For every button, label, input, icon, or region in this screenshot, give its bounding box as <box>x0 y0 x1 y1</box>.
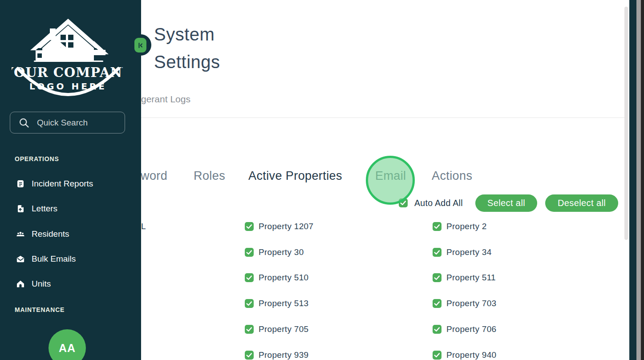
sidebar: YOUR COMPANY LOGO HERE OPERATIONS Incide… <box>0 0 141 360</box>
property-item[interactable]: Property 513 <box>245 299 308 308</box>
property-item[interactable]: Property 510 <box>245 273 308 283</box>
page: System Settings gerant Logs word Roles A… <box>0 0 644 360</box>
units-icon <box>16 279 25 288</box>
check-icon <box>245 274 253 282</box>
auto-add-all-checkbox[interactable] <box>399 198 408 207</box>
sidebar-item-label: Units <box>32 279 51 289</box>
property-item[interactable]: Property 30 <box>245 247 304 257</box>
property-label: Property 34 <box>446 247 492 257</box>
logo-right-wing <box>94 50 105 55</box>
property-item[interactable]: Property 1207 <box>245 222 313 231</box>
sidebar-item-units[interactable]: Units <box>16 279 51 289</box>
property-checkbox[interactable] <box>245 299 254 308</box>
collapse-left-icon <box>137 42 144 49</box>
property-checkbox[interactable] <box>433 351 441 360</box>
property-checkbox[interactable] <box>433 222 441 231</box>
sidebar-item-incident-reports[interactable]: Incident Reports <box>16 178 93 189</box>
select-all-button[interactable]: Select all <box>475 194 537 212</box>
check-icon <box>245 325 253 333</box>
tab-email[interactable]: Email <box>375 169 406 183</box>
property-checkbox[interactable] <box>245 273 254 282</box>
bulk-emails-icon <box>16 255 25 263</box>
window-scrollbar-track <box>641 0 644 360</box>
sidebar-item-label: Residents <box>32 229 69 239</box>
property-checkbox[interactable] <box>433 273 441 282</box>
sidebar-item-residents[interactable]: Residents <box>16 229 69 239</box>
logo-baseline <box>34 61 103 62</box>
property-label: Property 939 <box>259 350 308 360</box>
property-label: Property 1207 <box>259 222 313 231</box>
property-checkbox[interactable] <box>433 299 441 308</box>
check-icon <box>245 351 253 359</box>
check-icon <box>245 222 253 231</box>
property-item[interactable]: Property 703 <box>433 299 496 308</box>
property-item[interactable]: Property 705 <box>245 324 308 334</box>
check-icon <box>399 199 407 207</box>
residents-icon <box>16 230 25 239</box>
property-item[interactable]: Property 2 <box>433 222 487 231</box>
check-icon <box>433 222 441 231</box>
search-input[interactable] <box>36 117 113 128</box>
company-logo: YOUR COMPANY LOGO HERE <box>12 16 123 101</box>
incident-report-icon <box>16 179 25 188</box>
sidebar-item-label: Letters <box>32 204 57 214</box>
property-item[interactable]: Property 706 <box>433 324 496 334</box>
tab-active-properties[interactable]: Active Properties <box>248 169 342 183</box>
property-item[interactable]: Property 940 <box>433 350 496 360</box>
check-icon <box>433 325 441 333</box>
property-label: Property 703 <box>446 299 496 308</box>
tab-roles[interactable]: Roles <box>194 169 225 183</box>
property-label-partial: L <box>141 222 146 231</box>
auto-add-all-label: Auto Add All <box>414 198 463 208</box>
property-checkbox[interactable] <box>245 248 254 257</box>
property-label: Property 940 <box>446 350 496 360</box>
property-label: Property 30 <box>259 247 304 257</box>
property-item[interactable]: Property 939 <box>245 350 308 360</box>
deselect-all-button[interactable]: Deselect all <box>545 194 618 212</box>
property-label: Property 513 <box>259 299 308 308</box>
check-icon <box>433 274 441 282</box>
sidebar-section-maintenance: MAINTENANCE <box>15 306 65 313</box>
page-edge-strip <box>629 0 636 360</box>
property-item[interactable]: Property 511 <box>433 273 496 283</box>
check-icon <box>433 351 441 359</box>
property-checkbox[interactable] <box>245 351 254 360</box>
page-scrollbar-thumb[interactable] <box>624 7 628 240</box>
check-icon <box>433 299 441 307</box>
avatar[interactable]: AA <box>49 329 86 360</box>
tab-actions[interactable]: Actions <box>432 169 472 183</box>
quick-search <box>10 112 125 133</box>
logo-small-window <box>37 53 42 58</box>
property-checkbox[interactable] <box>245 325 254 334</box>
property-item[interactable]: Property 34 <box>433 247 492 257</box>
sidebar-item-bulk-emails[interactable]: Bulk Emails <box>16 254 76 264</box>
window-scrollbar-thumb[interactable] <box>636 0 641 360</box>
sidebar-section-operations: OPERATIONS <box>15 155 59 162</box>
sidebar-item-label: Bulk Emails <box>32 254 76 264</box>
property-label: Property 706 <box>446 324 496 334</box>
sidebar-item-letters[interactable]: Letters <box>16 203 57 214</box>
property-label: Property 511 <box>446 273 496 283</box>
check-icon <box>433 248 441 256</box>
collapse-sidebar-button[interactable] <box>134 38 146 53</box>
property-label: Property 2 <box>446 222 487 231</box>
sidebar-item-label: Incident Reports <box>32 179 93 189</box>
header-divider <box>134 117 628 118</box>
letter-icon <box>16 204 25 213</box>
nav-item-logs-partial[interactable]: gerant Logs <box>141 94 190 105</box>
search-icon <box>18 117 30 129</box>
check-icon <box>245 299 253 307</box>
property-label: Property 705 <box>259 324 308 334</box>
tab-password-partial[interactable]: word <box>141 169 167 183</box>
check-icon <box>245 248 253 256</box>
page-title: System Settings <box>154 20 259 76</box>
property-checkbox[interactable] <box>245 222 254 231</box>
property-checkbox[interactable] <box>433 248 441 257</box>
property-checkbox[interactable] <box>433 325 441 334</box>
property-label: Property 510 <box>259 273 308 283</box>
